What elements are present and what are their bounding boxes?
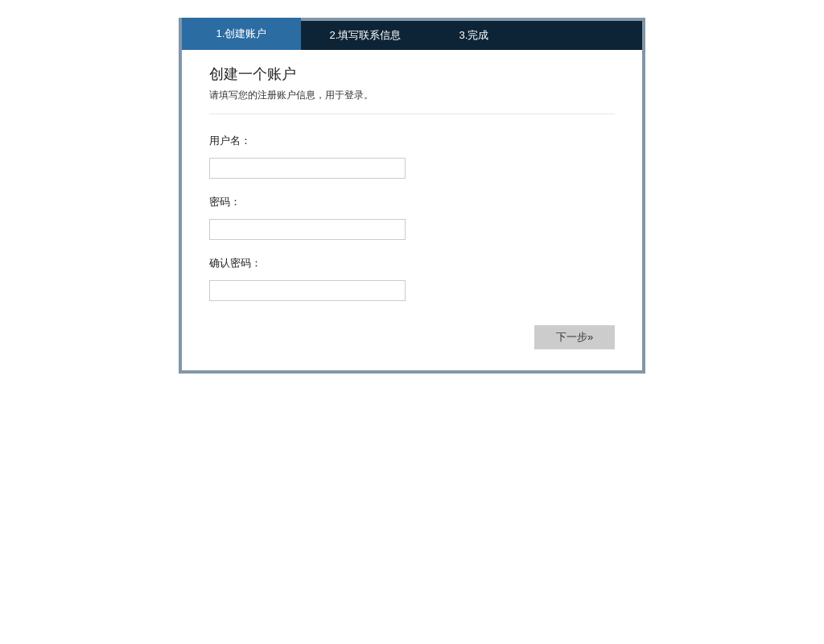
button-row: 下一步» [209, 325, 615, 349]
password-group: 密码： [209, 195, 615, 240]
username-input[interactable] [209, 158, 406, 179]
wizard-content: 创建一个账户 请填写您的注册账户信息，用于登录。 用户名： 密码： 确认密码： … [182, 50, 642, 370]
username-group: 用户名： [209, 134, 615, 179]
next-button[interactable]: 下一步» [534, 325, 615, 349]
password-input[interactable] [209, 219, 406, 240]
confirm-password-input[interactable] [209, 280, 406, 301]
confirm-password-group: 确认密码： [209, 256, 615, 301]
page-subtitle: 请填写您的注册账户信息，用于登录。 [209, 89, 615, 114]
confirm-password-label: 确认密码： [209, 256, 615, 270]
username-label: 用户名： [209, 134, 615, 148]
tab-complete[interactable]: 3.完成 [430, 21, 518, 50]
tab-create-account[interactable]: 1.创建账户 [182, 18, 301, 50]
wizard-tabs: 1.创建账户 2.填写联系信息 3.完成 [182, 21, 642, 50]
password-label: 密码： [209, 195, 615, 209]
wizard-container: 1.创建账户 2.填写联系信息 3.完成 创建一个账户 请填写您的注册账户信息，… [179, 18, 645, 374]
page-title: 创建一个账户 [209, 64, 615, 84]
tab-contact-info[interactable]: 2.填写联系信息 [301, 21, 430, 50]
